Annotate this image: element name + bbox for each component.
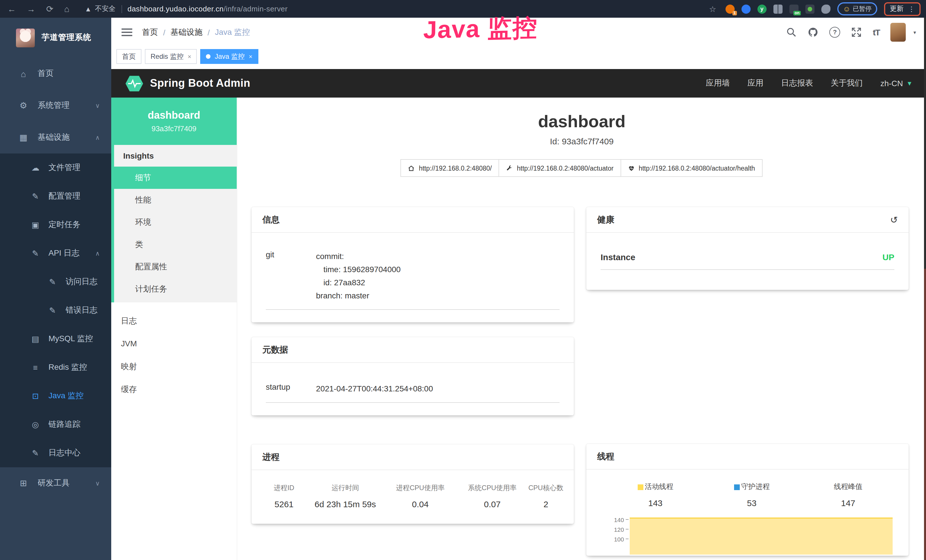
task-icon: ▣ <box>30 220 41 229</box>
locale-selector[interactable]: zh-CN ▼ <box>881 79 912 88</box>
insights-group: Insights 细节 性能 环境 类 配置属性 计划任务 <box>111 145 237 303</box>
database-icon: ▤ <box>30 334 41 344</box>
extension-icon-orange[interactable]: 1 <box>725 4 734 14</box>
sidenav-item-caches[interactable]: 缓存 <box>111 378 237 401</box>
sidenav-item-details[interactable]: 细节 <box>111 166 237 189</box>
browser-back-button[interactable]: ← <box>8 4 16 14</box>
browser-update-button[interactable]: 更新 ⋮ <box>884 2 921 16</box>
sba-nav: 应用墙 应用 日志报表 关于我们 zh-CN ▼ <box>706 78 912 88</box>
browser-forward-button[interactable]: → <box>27 4 35 14</box>
health-url-link[interactable]: http://192.168.0.2:48080/actuator/health <box>620 159 762 177</box>
threads-chart: 140 120 100 <box>594 515 900 555</box>
close-icon[interactable]: × <box>249 53 253 60</box>
extension-icon-grid[interactable] <box>773 4 782 14</box>
heartbeat-icon <box>628 165 634 171</box>
extension-icon-pin[interactable] <box>741 4 750 14</box>
instance-label: Instance <box>601 252 635 262</box>
browser-menu-kebab-icon[interactable]: ⋮ <box>908 5 915 13</box>
sidebar-item-config[interactable]: ✎ 配置管理 <box>0 182 111 210</box>
sidebar-item-system[interactable]: ⚙ 系统管理 ∨ <box>0 89 111 121</box>
sidebar-item-error-log[interactable]: ✎ 错误日志 <box>0 296 111 325</box>
font-size-icon[interactable]: tT <box>873 27 880 37</box>
header-actions: ? tT ▾ <box>786 23 916 42</box>
address-bar[interactable]: ▲ 不安全 dashboard.yudao.iocoder.cn/infra/a… <box>85 4 287 14</box>
breadcrumb-infra[interactable]: 基础设施 <box>171 27 203 37</box>
extensions-puzzle-icon[interactable] <box>821 4 830 14</box>
bookmark-star-icon[interactable]: ☆ <box>709 4 716 14</box>
threads-chart-y-axis: 140 120 100 <box>594 515 629 555</box>
tab-java[interactable]: Java 监控× <box>200 49 258 64</box>
threads-legend: 活动线程 143 守护进程 53 线程峰值 <box>611 482 900 508</box>
threads-card: 线程 活动线程 143 守护进程 <box>586 444 909 556</box>
sba-nav-applications[interactable]: 应用 <box>747 78 763 88</box>
tag-tabbar: 首页 Redis 监控× Java 监控× <box>111 47 926 69</box>
sidebar-item-api-log[interactable]: ✎ API 日志 ∧ <box>0 239 111 268</box>
sidebar-item-infra[interactable]: ▦ 基础设施 ∧ <box>0 121 111 153</box>
browser-toolbar-right: ☆ 1 y on ☺ 已暂停 更新 ⋮ <box>709 2 921 16</box>
instance-header[interactable]: dashboard 93a3fc7f7409 <box>111 98 237 145</box>
sidenav-item-environment[interactable]: 环境 <box>114 211 237 233</box>
daemon-threads-value: 53 <box>708 498 796 508</box>
sidenav-item-jvm[interactable]: JVM <box>111 332 237 355</box>
sba-nav-about[interactable]: 关于我们 <box>831 78 863 88</box>
actuator-url-link[interactable]: http://192.168.0.2:48080/actuator <box>498 159 621 177</box>
tab-home[interactable]: 首页 <box>117 49 141 64</box>
health-card: 健康 ↺ Instance UP <box>586 207 909 290</box>
info-card: 信息 git commit: time: 1596289704000 id: 2… <box>251 207 574 322</box>
sidebar-item-redis[interactable]: ≡ Redis 监控 <box>0 353 111 382</box>
scrollbar-thumb[interactable] <box>924 269 926 560</box>
sidenav-item-metrics[interactable]: 性能 <box>114 189 237 211</box>
hamburger-collapse-icon[interactable] <box>121 28 132 36</box>
sba-nav-wallboard[interactable]: 应用墙 <box>706 78 730 88</box>
extension-icon-on[interactable]: on <box>789 4 798 14</box>
paused-status-pill[interactable]: ☺ 已暂停 <box>837 2 877 15</box>
sidebar-item-dev-tools[interactable]: ⊞ 研发工具 ∨ <box>0 467 111 499</box>
sidenav-item-configprops[interactable]: 配置属性 <box>114 256 237 278</box>
close-icon[interactable]: × <box>188 53 191 60</box>
page-scrollbar[interactable] <box>924 18 926 560</box>
fullscreen-icon[interactable] <box>851 27 862 38</box>
security-label: 不安全 <box>95 4 115 14</box>
chevron-up-icon: ∧ <box>95 134 100 141</box>
sidenav-item-classes[interactable]: 类 <box>114 233 237 256</box>
extension-icon-y[interactable]: y <box>757 4 766 14</box>
history-icon[interactable]: ↺ <box>890 215 898 226</box>
help-icon[interactable]: ? <box>830 27 840 38</box>
extension-icon-leaf[interactable] <box>805 4 814 14</box>
browser-home-button[interactable]: ⌂ <box>64 4 69 14</box>
instance-health-row[interactable]: Instance UP <box>601 252 894 270</box>
log-edit-icon: ✎ <box>47 306 58 315</box>
url-path: /infra/admin-server <box>224 5 287 13</box>
sidebar-item-job[interactable]: ▣ 定时任务 <box>0 210 111 239</box>
user-avatar[interactable] <box>891 23 906 42</box>
browser-reload-button[interactable]: ⟳ <box>46 4 53 14</box>
process-cpu-value: 0.04 <box>382 499 459 509</box>
tab-redis[interactable]: Redis 监控× <box>145 49 197 64</box>
service-url-link[interactable]: http://192.168.0.2:48080/ <box>401 159 499 177</box>
breadcrumb-home[interactable]: 首页 <box>142 27 158 37</box>
sidenav-item-logfile[interactable]: 日志 <box>111 309 237 332</box>
sidebar-item-home[interactable]: ⌂ 首页 <box>0 58 111 89</box>
startup-value: 2021-04-27T00:44:31.254+08:00 <box>316 382 433 395</box>
sidenav-item-scheduled[interactable]: 计划任务 <box>114 278 237 300</box>
sba-nav-journal[interactable]: 日志报表 <box>781 78 813 88</box>
github-icon[interactable] <box>808 27 819 38</box>
app-logo <box>16 28 35 47</box>
admin-sidebar: 芋道管理系统 ⌂ 首页 ⚙ 系统管理 ∨ ▦ 基础设施 ∧ ☁ 文件管理 <box>0 18 111 560</box>
metadata-card-title: 元数据 <box>262 345 288 356</box>
system-cpu-value: 0.07 <box>458 499 526 509</box>
sidebar-item-java[interactable]: ⊡ Java 监控 <box>0 382 111 410</box>
sidebar-item-log-center[interactable]: ✎ 日志中心 <box>0 439 111 467</box>
sidebar-item-trace[interactable]: ◎ 链路追踪 <box>0 410 111 439</box>
sidebar-item-access-log[interactable]: ✎ 访问日志 <box>0 268 111 296</box>
sidebar-item-mysql[interactable]: ▤ MySQL 监控 <box>0 325 111 353</box>
search-icon[interactable] <box>786 27 797 38</box>
sidebar-item-file[interactable]: ☁ 文件管理 <box>0 153 111 182</box>
url-host: dashboard.yudao.iocoder.cn <box>127 5 224 13</box>
instance-links: http://192.168.0.2:48080/ http://192.168… <box>237 159 926 177</box>
monitor-icon: ▦ <box>17 132 30 143</box>
metadata-card: 元数据 startup 2021-04-27T00:44:31.254+08:0… <box>251 337 574 415</box>
info-card-title: 信息 <box>262 215 280 226</box>
sidenav-item-mappings[interactable]: 映射 <box>111 355 237 378</box>
avatar-dropdown-caret-icon[interactable]: ▾ <box>914 29 916 35</box>
